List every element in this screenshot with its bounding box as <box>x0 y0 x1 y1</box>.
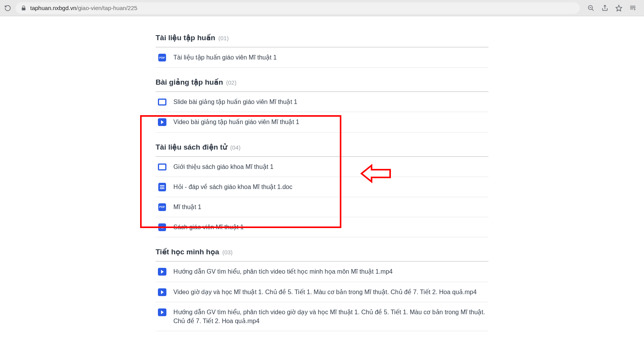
section-title: Tài liệu tập huấn <box>156 33 215 42</box>
pdf-icon: PDF <box>158 53 166 62</box>
item-label: Mĩ thuật 1 <box>173 203 201 211</box>
section-header: Tài liệu sách điện tử (04) <box>156 139 488 157</box>
item-label: Tài liệu tập huấn giáo viên Mĩ thuật 1 <box>173 53 277 62</box>
video-icon <box>158 118 166 126</box>
svg-line-1 <box>592 9 594 11</box>
section-header: Bài giảng tập huấn (02) <box>156 74 488 92</box>
list-item[interactable]: Video bài giảng tập huấn giáo viên Mĩ th… <box>156 112 488 132</box>
url-path: /giao-vien/tap-huan/225 <box>76 5 137 11</box>
list-item[interactable]: PDF Mĩ thuật 1 <box>156 197 488 217</box>
section-title: Tài liệu sách điện tử <box>156 143 227 152</box>
item-label: Giới thiệu sách giáo khoa Mĩ thuật 1 <box>173 162 274 171</box>
page-content: Tài liệu tập huấn (01) PDF Tài liệu tập … <box>152 16 492 344</box>
video-icon <box>158 308 166 317</box>
url-host: taphuan.nxbgd.vn <box>30 5 76 11</box>
share-icon[interactable] <box>601 5 608 12</box>
browser-address-bar: taphuan.nxbgd.vn/giao-vien/tap-huan/225 <box>0 0 644 16</box>
section-tiet-hoc-minh-hoa: Tiết học minh họa (03) Hướng dẫn GV tìm … <box>152 244 492 331</box>
section-header: Tài liệu tập huấn (01) <box>156 29 488 48</box>
section-header: Tiết học minh họa (03) <box>156 244 488 262</box>
list-item[interactable]: PDF Tài liệu tập huấn giáo viên Mĩ thuật… <box>156 48 488 68</box>
section-count: (02) <box>226 79 236 86</box>
section-tai-lieu-sach-dien-tu: Tài liệu sách điện tử (04) Giới thiệu sá… <box>152 139 492 238</box>
pdf-icon: PDF <box>158 223 166 232</box>
reading-list-icon[interactable] <box>629 5 636 12</box>
list-item[interactable]: Slide bài giảng tập huấn giáo viên Mĩ th… <box>156 92 488 112</box>
url-input[interactable]: taphuan.nxbgd.vn/giao-vien/tap-huan/225 <box>15 2 580 14</box>
video-icon <box>158 267 166 276</box>
item-label: Hỏi - đáp về sách giáo khoa Mĩ thuật 1.d… <box>173 182 292 191</box>
section-title: Tiết học minh họa <box>156 247 219 256</box>
url-text: taphuan.nxbgd.vn/giao-vien/tap-huan/225 <box>30 5 137 11</box>
lock-icon <box>21 5 26 11</box>
star-icon[interactable] <box>615 5 622 12</box>
item-label: Sách giáo viên Mĩ thuật 1 <box>173 223 244 232</box>
zoom-icon[interactable] <box>587 5 594 12</box>
item-label: Hướng dẫn GV tìm hiểu, phân tích video t… <box>173 267 392 276</box>
list-item[interactable]: Giới thiệu sách giáo khoa Mĩ thuật 1 <box>156 157 488 177</box>
slide-icon <box>158 98 166 106</box>
item-label: Video bài giảng tập huấn giáo viên Mĩ th… <box>173 118 299 126</box>
section-bai-giang-tap-huan: Bài giảng tập huấn (02) Slide bài giảng … <box>152 74 492 132</box>
reload-icon[interactable] <box>4 4 12 12</box>
list-item[interactable]: Hướng dẫn GV tìm hiểu, phân tích video g… <box>156 302 488 331</box>
section-tai-lieu-tap-huan: Tài liệu tập huấn (01) PDF Tài liệu tập … <box>152 29 492 68</box>
item-label: Hướng dẫn GV tìm hiểu, phân tích video g… <box>173 308 486 325</box>
video-icon <box>158 288 166 296</box>
section-title: Bài giảng tập huấn <box>156 78 223 87</box>
item-label: Slide bài giảng tập huấn giáo viên Mĩ th… <box>173 97 297 106</box>
list-item[interactable]: Video giờ dạy và học Mĩ thuật 1. Chủ đề … <box>156 282 488 302</box>
list-item[interactable]: PDF Sách giáo viên Mĩ thuật 1 <box>156 217 488 237</box>
section-count: (04) <box>230 144 241 151</box>
svg-marker-4 <box>616 5 622 11</box>
item-label: Video giờ dạy và học Mĩ thuật 1. Chủ đề … <box>173 288 477 296</box>
list-item[interactable]: Hỏi - đáp về sách giáo khoa Mĩ thuật 1.d… <box>156 177 488 197</box>
doc-icon <box>158 183 166 191</box>
browser-actions <box>584 5 640 12</box>
section-count: (01) <box>218 35 229 41</box>
pdf-icon: PDF <box>158 203 166 211</box>
slide-icon <box>158 163 166 171</box>
section-count: (03) <box>222 249 233 255</box>
list-item[interactable]: Hướng dẫn GV tìm hiểu, phân tích video t… <box>156 262 488 282</box>
